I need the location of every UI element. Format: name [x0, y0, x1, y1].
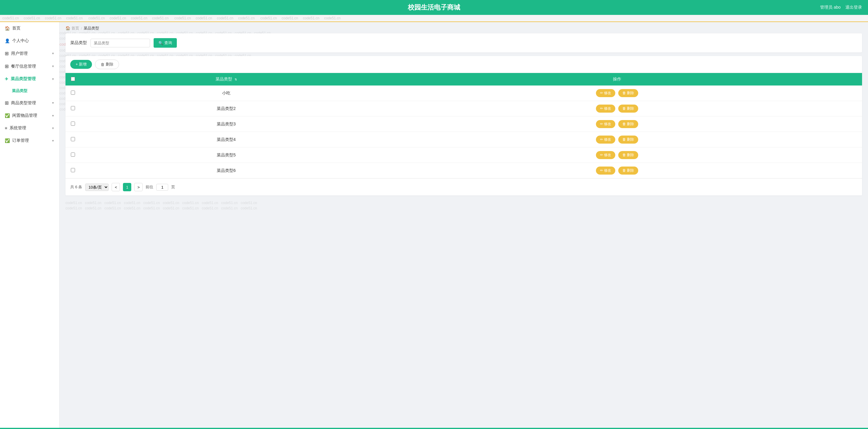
sidebar-item-restaurant-mgmt[interactable]: ⊞ 餐厅信息管理 ▼ [0, 60, 59, 73]
home-breadcrumb-icon: 🏠 [65, 26, 70, 30]
table-row: 菜品类型5 ✏ 修改 🗑 删除 [65, 147, 862, 163]
profile-icon: 👤 [5, 38, 10, 43]
row-checkbox-cell [65, 163, 81, 178]
modify-btn-3[interactable]: ✏ 修改 [596, 136, 615, 144]
goto-page-input[interactable] [156, 184, 168, 191]
chevron-down-icon-5: ▼ [52, 114, 55, 117]
del-btn-0[interactable]: 🗑 删除 [618, 89, 638, 97]
breadcrumb-home[interactable]: 🏠 首页 [65, 26, 79, 31]
modify-btn-0[interactable]: ✏ 修改 [596, 89, 615, 97]
table-row: 菜品类型2 ✏ 修改 🗑 删除 [65, 101, 862, 116]
sidebar-order-label: 订单管理 [12, 138, 29, 143]
modify-btn-1[interactable]: ✏ 修改 [596, 105, 615, 113]
add-button[interactable]: + 新增 [70, 60, 92, 69]
row-checkbox-2[interactable] [71, 121, 75, 126]
prev-page-btn[interactable]: < [112, 183, 120, 191]
search-icon: 🔍 [158, 41, 163, 45]
chevron-down-icon-3: ▼ [52, 78, 55, 81]
sidebar-item-dish-type-mgmt[interactable]: ✈ 菜品类型管理 ▼ [0, 73, 59, 85]
row-type-cell: 菜品类型6 [81, 163, 372, 178]
select-all-checkbox[interactable] [71, 77, 75, 81]
modify-btn-5[interactable]: ✏ 修改 [596, 167, 615, 175]
sidebar-item-home[interactable]: 🏠 首页 [0, 22, 59, 34]
row-checkbox-cell [65, 147, 81, 163]
del-btn-1[interactable]: 🗑 删除 [618, 105, 638, 113]
menu-icon: ≡ [5, 126, 7, 131]
main-content: code51.cn code51.cn code51.cn code51.cn … [60, 22, 868, 428]
row-checkbox-4[interactable] [71, 152, 75, 157]
action-bar: + 新增 🗑 删除 [65, 56, 862, 73]
sidebar-sub-dish-type[interactable]: 菜品类型 [0, 85, 59, 96]
goto-prefix: 前往 [146, 184, 153, 190]
page-1-btn[interactable]: 1 [123, 183, 131, 191]
check-icon-1: ✅ [5, 113, 10, 118]
row-checkbox-cell [65, 101, 81, 116]
row-action-cell: ✏ 修改 🗑 删除 [372, 86, 862, 101]
grid-icon-1: ⊞ [5, 51, 9, 56]
search-input[interactable] [91, 39, 150, 47]
check-icon-2: ✅ [5, 138, 10, 143]
sidebar-dish-type-label: 菜品类型管理 [11, 76, 36, 82]
logout-btn[interactable]: 退出登录 [845, 5, 862, 10]
filter-label: 菜品类型 [70, 40, 87, 46]
sidebar-restaurant-label: 餐厅信息管理 [11, 64, 36, 69]
pagination: 共 6 条 10条/页 20条/页 50条/页 < 1 > 前往 页 [65, 178, 862, 195]
footer-bar [0, 428, 868, 429]
trash-icon: 🗑 [101, 62, 104, 67]
col-op-header: 操作 [372, 73, 862, 86]
del-btn-4[interactable]: 🗑 删除 [618, 151, 638, 159]
per-page-select[interactable]: 10条/页 20条/页 50条/页 [85, 183, 108, 191]
total-text: 共 6 条 [70, 184, 82, 190]
row-checkbox-cell [65, 116, 81, 132]
row-type-cell: 小吃 [81, 86, 372, 101]
breadcrumb-sep: / [81, 26, 82, 31]
del-btn-3[interactable]: 🗑 删除 [618, 136, 638, 144]
table-row: 菜品类型6 ✏ 修改 🗑 删除 [65, 163, 862, 178]
row-action-cell: ✏ 修改 🗑 删除 [372, 116, 862, 132]
row-checkbox-1[interactable] [71, 106, 75, 110]
table-row: 菜品类型4 ✏ 修改 🗑 删除 [65, 132, 862, 147]
row-checkbox-cell [65, 86, 81, 101]
sidebar-item-profile[interactable]: 👤 个人中心 [0, 34, 59, 47]
row-checkbox-0[interactable] [71, 91, 75, 95]
row-checkbox-5[interactable] [71, 168, 75, 172]
row-checkbox-3[interactable] [71, 137, 75, 141]
sidebar-shelf-label: 闲置物品管理 [12, 113, 37, 118]
sidebar-goods-type-label: 商品类型管理 [11, 101, 36, 106]
sidebar-item-goods-type-mgmt[interactable]: ⊞ 商品类型管理 ▼ [0, 96, 59, 109]
table-container: + 新增 🗑 删除 菜品类型 [65, 56, 862, 195]
watermark-band: code51.cncode51.cncode51.cncode51.cn cod… [0, 15, 868, 22]
del-btn-5[interactable]: 🗑 删除 [618, 167, 638, 175]
sidebar-user-mgmt-label: 用户管理 [11, 51, 28, 56]
del-btn-2[interactable]: 🗑 删除 [618, 120, 638, 128]
sidebar-item-shelf-goods[interactable]: ✅ 闲置物品管理 ▼ [0, 109, 59, 122]
sidebar-profile-label: 个人中心 [12, 38, 29, 44]
row-type-cell: 菜品类型2 [81, 101, 372, 116]
sidebar: 🏠 首页 👤 个人中心 ⊞ 用户管理 ▼ ⊞ 餐厅信息管理 ▼ ✈ 菜品类型管理… [0, 22, 60, 428]
chevron-down-icon-1: ▼ [52, 52, 55, 55]
table-row: 菜品类型3 ✏ 修改 🗑 删除 [65, 116, 862, 132]
sidebar-home-label: 首页 [12, 26, 21, 31]
sidebar-item-user-mgmt[interactable]: ⊞ 用户管理 ▼ [0, 47, 59, 60]
data-table: 菜品类型 ⇅ 操作 小吃 ✏ 修改 🗑 删除 [65, 73, 862, 178]
row-checkbox-cell [65, 132, 81, 147]
modify-btn-2[interactable]: ✏ 修改 [596, 120, 615, 128]
breadcrumb: 🏠 首页 / 菜品类型 [65, 22, 862, 33]
row-type-cell: 菜品类型3 [81, 116, 372, 132]
chevron-down-icon-2: ▼ [52, 65, 55, 68]
dish-type-icon: ✈ [5, 77, 8, 81]
header-user-area: 管理员 abo 退出登录 [820, 5, 862, 10]
batch-delete-button[interactable]: 🗑 删除 [95, 60, 119, 69]
next-page-btn[interactable]: > [134, 183, 143, 191]
sidebar-item-order-mgmt[interactable]: ✅ 订单管理 ▼ [0, 134, 59, 147]
chevron-down-icon-4: ▼ [52, 101, 55, 105]
table-header-row: 菜品类型 ⇅ 操作 [65, 73, 862, 86]
row-action-cell: ✏ 修改 🗑 删除 [372, 132, 862, 147]
modify-btn-4[interactable]: ✏ 修改 [596, 151, 615, 159]
chevron-down-icon-7: ▼ [52, 139, 55, 142]
search-button[interactable]: 🔍 查询 [154, 38, 177, 48]
sidebar-system-label: 系统管理 [9, 125, 26, 131]
sidebar-item-system-mgmt[interactable]: ≡ 系统管理 ▼ [0, 122, 59, 134]
grid-icon-2: ⊞ [5, 63, 9, 69]
row-action-cell: ✏ 修改 🗑 删除 [372, 101, 862, 116]
